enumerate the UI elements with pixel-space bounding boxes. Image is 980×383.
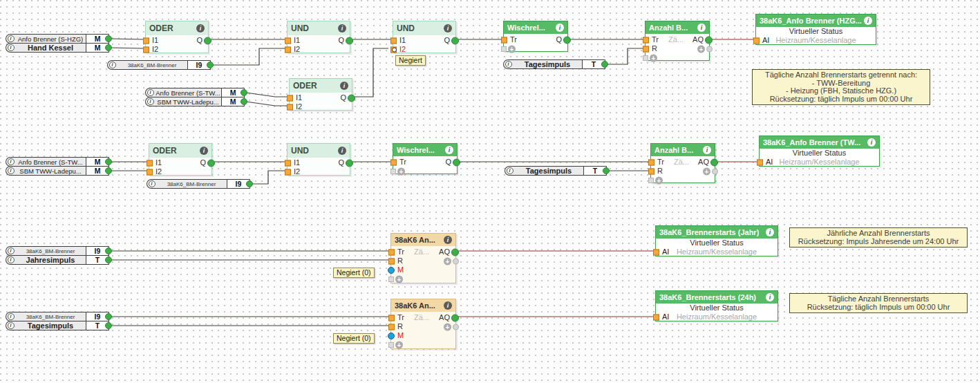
info-icon[interactable]: i xyxy=(444,301,452,310)
output-connector[interactable] xyxy=(241,89,247,96)
input-tagesimpuls-1[interactable]: iTagesimpulsT xyxy=(503,59,605,69)
output-connector[interactable] xyxy=(105,247,112,254)
output-connector[interactable] xyxy=(603,167,610,174)
add-port-icon[interactable]: + xyxy=(397,167,405,175)
add-port-icon[interactable]: + xyxy=(703,167,710,175)
info-icon[interactable]: i xyxy=(864,17,872,25)
output-connector[interactable] xyxy=(105,35,112,42)
input-connector[interactable] xyxy=(390,159,397,165)
info-icon[interactable]: i xyxy=(200,147,208,155)
note-jaehrliche[interactable]: Jährliche Anzahl BrennerstartsRücksetzun… xyxy=(789,227,968,247)
input-connector[interactable] xyxy=(390,37,397,44)
output-connector-secondary[interactable] xyxy=(453,258,459,264)
input-jahresimpuls[interactable]: iJahresimpulsT xyxy=(6,255,109,265)
anzahl-block-2[interactable]: Anzahl B...iTrZä...AQR++ xyxy=(650,143,715,183)
output-connector[interactable] xyxy=(105,167,112,174)
input-connector[interactable] xyxy=(147,160,153,166)
input-anfo-brenner-s-tw-2[interactable]: iAnfo Brenner (S-TW...M xyxy=(6,157,109,167)
input-connector[interactable] xyxy=(143,46,149,53)
output-connector-secondary[interactable] xyxy=(706,46,713,52)
output-connector[interactable] xyxy=(241,98,247,105)
output-connector[interactable] xyxy=(601,61,608,68)
anzahl-block-1[interactable]: Anzahl B...iTrZä...AQR++ xyxy=(645,21,710,61)
info-icon[interactable]: i xyxy=(556,24,564,32)
input-connector[interactable] xyxy=(648,178,654,183)
output-connector[interactable] xyxy=(204,37,211,44)
add-port-icon[interactable]: + xyxy=(655,176,663,184)
output-connector[interactable] xyxy=(453,158,460,166)
input-tagesimpuls-3[interactable]: iTagesimpulsT xyxy=(6,321,109,330)
und-block-3[interactable]: UNDiI1QI2 xyxy=(287,143,350,176)
info-icon[interactable]: i xyxy=(338,24,346,32)
oder-block-3[interactable]: ODERiI1QI2 xyxy=(149,143,212,176)
info-icon[interactable]: i xyxy=(338,147,346,155)
output-connector[interactable] xyxy=(105,158,112,165)
info-icon[interactable]: i xyxy=(445,146,453,154)
info-icon[interactable]: i xyxy=(196,24,205,32)
input-connector[interactable] xyxy=(285,160,291,166)
input-connector[interactable] xyxy=(653,249,659,255)
und-block-1[interactable]: UNDiI1QI2 xyxy=(287,21,350,53)
input-connector[interactable] xyxy=(388,333,395,339)
info-icon[interactable]: i xyxy=(697,24,706,32)
input-hand-kessel[interactable]: iHand KesselM xyxy=(6,43,109,53)
oder-block-2[interactable]: ODERiI1QI2 xyxy=(289,78,352,111)
input-connector[interactable] xyxy=(285,46,291,53)
input-connector[interactable] xyxy=(287,95,293,101)
input-connector[interactable] xyxy=(388,324,395,330)
input-connector[interactable] xyxy=(643,55,648,61)
input-connector[interactable] xyxy=(757,159,763,165)
input-connector[interactable] xyxy=(648,159,654,165)
output-connector[interactable] xyxy=(105,322,112,329)
output-connector[interactable] xyxy=(105,44,112,51)
output-connector[interactable] xyxy=(451,37,459,44)
add-port-icon[interactable]: + xyxy=(395,275,403,283)
output-connector[interactable] xyxy=(105,313,112,320)
output-anfo-brenner-hzg[interactable]: 38aK6_Anfo Brenner (HZG...iVirtueller St… xyxy=(755,14,876,45)
input-tagesimpuls-2[interactable]: iTagesimpulsT xyxy=(505,166,607,176)
input-connector[interactable] xyxy=(388,249,395,255)
input-connector[interactable] xyxy=(653,314,659,320)
output-connector[interactable] xyxy=(710,158,718,166)
input-anfo-brenner-s-hzg[interactable]: iAnfo Brenner (S-HZG)M xyxy=(6,34,109,44)
add-port-icon[interactable]: + xyxy=(650,54,657,62)
wischrelais-block-1[interactable]: Wischrel...iTrQ+ xyxy=(503,21,568,52)
input-connector[interactable] xyxy=(648,168,654,174)
input-connector[interactable] xyxy=(501,37,507,43)
wischrelais-block-2[interactable]: Wischrel...iTrQ+ xyxy=(393,143,458,174)
diagram-canvas[interactable]: iAnfo Brenner (S-HZG)MiHand KesselMi38aK… xyxy=(0,0,980,383)
input-connector[interactable] xyxy=(388,342,394,348)
info-icon[interactable]: i xyxy=(444,236,452,244)
input-bm-brenner-4[interactable]: i38aK6_BM-BrennerI9 xyxy=(6,312,109,321)
input-bm-brenner-1[interactable]: i38aK6_BM-BrennerI9 xyxy=(107,60,211,70)
output-connector[interactable] xyxy=(348,94,355,102)
input-connector[interactable] xyxy=(388,258,395,264)
output-connector[interactable] xyxy=(563,36,571,44)
counter-block-24h[interactable]: 38aK6 An...iTrZä...AQR+M+ xyxy=(390,299,456,349)
info-icon[interactable]: i xyxy=(444,24,452,32)
output-connector[interactable] xyxy=(451,248,459,256)
note-taegliche[interactable]: Tägliche Anzahl BrennerstartsRücksetzung… xyxy=(789,293,968,313)
input-connector[interactable] xyxy=(388,277,394,282)
output-brennerstarts-jahr[interactable]: 38aK6_Brennerstarts (Jahr)iVirtueller St… xyxy=(655,225,778,256)
add-port-icon[interactable]: + xyxy=(508,45,516,53)
input-sbm-tww-ladepu-1[interactable]: iSBM TWW-Ladepu...M xyxy=(145,97,245,106)
input-connector[interactable] xyxy=(287,104,293,110)
input-connector[interactable] xyxy=(388,267,395,274)
info-icon[interactable]: i xyxy=(766,293,774,301)
input-anfo-brenner-s-tw-1[interactable]: iAnfo Brenner (S-TW...M xyxy=(145,88,245,97)
und-block-2[interactable]: UNDiI1QI2 xyxy=(393,21,456,53)
input-connector[interactable] xyxy=(285,37,291,44)
input-connector[interactable] xyxy=(501,46,507,52)
output-connector[interactable] xyxy=(346,37,353,44)
input-connector[interactable] xyxy=(285,169,291,175)
info-icon[interactable]: i xyxy=(766,228,774,236)
input-connector[interactable] xyxy=(388,315,395,321)
oder-block-1[interactable]: ODERiI1QI2 xyxy=(145,21,209,53)
output-connector[interactable] xyxy=(246,180,253,187)
note-taegliche-getrennt[interactable]: Tägliche Anzahl Brennerstarts getrennt n… xyxy=(752,69,930,105)
output-connector[interactable] xyxy=(346,159,353,167)
add-port-icon[interactable]: + xyxy=(697,45,705,53)
output-brennerstarts-24h[interactable]: 38aK6_Brennerstarts (24h)iVirtueller Sta… xyxy=(655,290,778,321)
output-connector-secondary[interactable] xyxy=(712,168,718,174)
